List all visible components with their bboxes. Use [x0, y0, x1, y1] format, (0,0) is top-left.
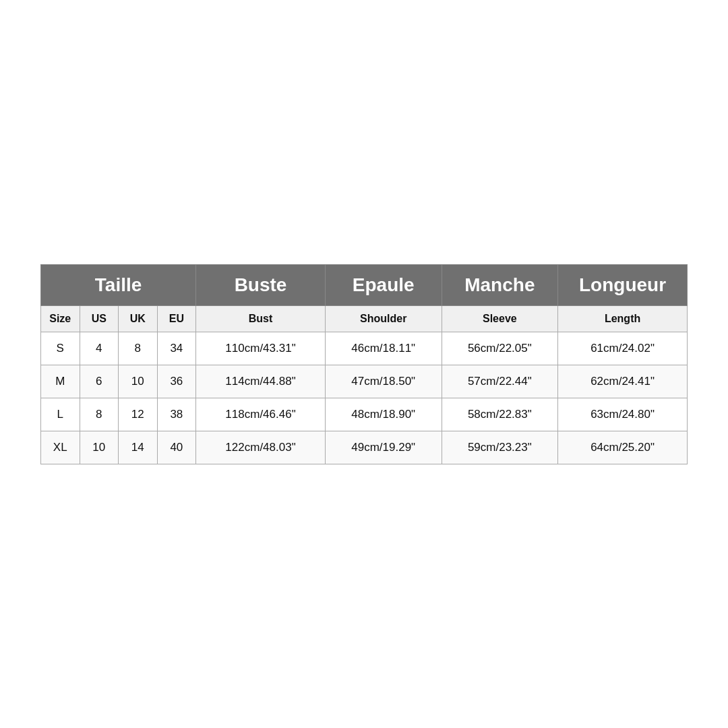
table-row: L81238118cm/46.46"48cm/18.90"58cm/22.83"… — [41, 398, 688, 431]
shoulder-cell: 46cm/18.11" — [325, 332, 442, 365]
size-chart-table: Taille Buste Epaule Manche Longueur Size… — [40, 264, 688, 464]
manche-header: Manche — [442, 264, 558, 305]
uk-cell: 8 — [119, 332, 158, 365]
eu-subheader: EU — [157, 305, 196, 332]
bust-cell: 118cm/46.46" — [196, 398, 326, 431]
size-chart-wrapper: Taille Buste Epaule Manche Longueur Size… — [40, 264, 688, 464]
uk-cell: 10 — [119, 365, 158, 398]
us-cell: 4 — [80, 332, 119, 365]
length-cell: 62cm/24.41" — [558, 365, 688, 398]
size-table-body: S4834110cm/43.31"46cm/18.11"56cm/22.05"6… — [41, 332, 688, 464]
header-row-english: Size US UK EU Bust Shoulder Sleeve Lengt… — [41, 305, 688, 332]
length-cell: 63cm/24.80" — [558, 398, 688, 431]
table-row: M61036114cm/44.88"47cm/18.50"57cm/22.44"… — [41, 365, 688, 398]
size-subheader: Size — [41, 305, 80, 332]
size-cell: M — [41, 365, 80, 398]
us-cell: 8 — [80, 398, 119, 431]
table-row: XL101440122cm/48.03"49cm/19.29"59cm/23.2… — [41, 431, 688, 464]
eu-cell: 40 — [157, 431, 196, 464]
taille-header: Taille — [41, 264, 196, 305]
epaule-header: Epaule — [325, 264, 442, 305]
bust-cell: 110cm/43.31" — [196, 332, 326, 365]
header-row-french: Taille Buste Epaule Manche Longueur — [41, 264, 688, 305]
bust-cell: 114cm/44.88" — [196, 365, 326, 398]
us-cell: 10 — [80, 431, 119, 464]
sleeve-cell: 59cm/23.23" — [442, 431, 558, 464]
table-row: S4834110cm/43.31"46cm/18.11"56cm/22.05"6… — [41, 332, 688, 365]
shoulder-cell: 49cm/19.29" — [325, 431, 442, 464]
bust-cell: 122cm/48.03" — [196, 431, 326, 464]
shoulder-cell: 47cm/18.50" — [325, 365, 442, 398]
length-cell: 64cm/25.20" — [558, 431, 688, 464]
shoulder-subheader: Shoulder — [325, 305, 442, 332]
longueur-header: Longueur — [558, 264, 688, 305]
bust-subheader: Bust — [196, 305, 326, 332]
eu-cell: 34 — [157, 332, 196, 365]
us-cell: 6 — [80, 365, 119, 398]
us-subheader: US — [80, 305, 119, 332]
buste-header: Buste — [196, 264, 326, 305]
length-cell: 61cm/24.02" — [558, 332, 688, 365]
size-cell: L — [41, 398, 80, 431]
sleeve-cell: 58cm/22.83" — [442, 398, 558, 431]
sleeve-subheader: Sleeve — [442, 305, 558, 332]
uk-subheader: UK — [119, 305, 158, 332]
eu-cell: 38 — [157, 398, 196, 431]
sleeve-cell: 57cm/22.44" — [442, 365, 558, 398]
size-cell: S — [41, 332, 80, 365]
shoulder-cell: 48cm/18.90" — [325, 398, 442, 431]
uk-cell: 12 — [119, 398, 158, 431]
sleeve-cell: 56cm/22.05" — [442, 332, 558, 365]
uk-cell: 14 — [119, 431, 158, 464]
eu-cell: 36 — [157, 365, 196, 398]
length-subheader: Length — [558, 305, 688, 332]
size-cell: XL — [41, 431, 80, 464]
